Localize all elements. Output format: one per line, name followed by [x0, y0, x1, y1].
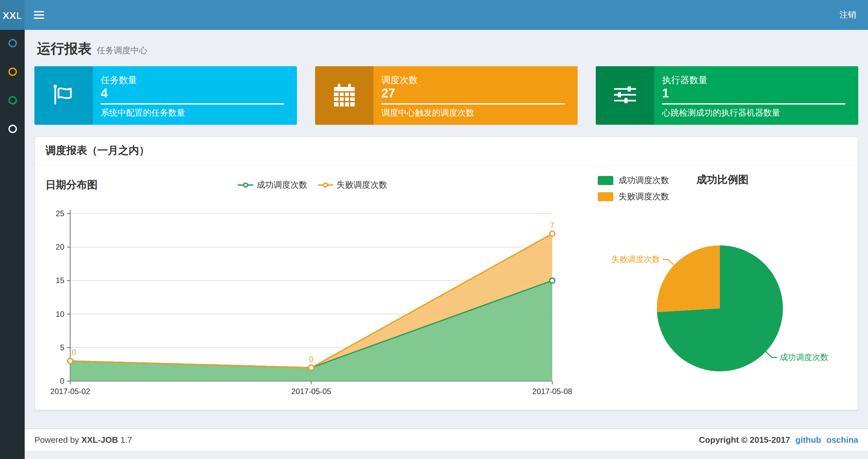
info-box-jobs: 任务数量 4 系统中配置的任务数量: [34, 66, 297, 125]
page-subtitle: 任务调度中心: [97, 45, 148, 57]
info-box-description: 系统中配置的任务数量: [101, 107, 289, 118]
info-box-row: 任务数量 4 系统中配置的任务数量: [34, 66, 858, 125]
legend-item[interactable]: 成功调度次数: [598, 175, 669, 186]
svg-text:0: 0: [60, 376, 64, 385]
info-box-progress: [662, 103, 845, 104]
info-box-triggers: 调度次数 27 调度中心触发的调度次数: [315, 66, 578, 125]
logo-light-text: L: [16, 9, 22, 21]
info-box-label: 调度次数: [381, 74, 570, 86]
report-panel: 调度报表（一月之内） 日期分布图 成功调度次数失败调度次数 0510152025…: [34, 136, 858, 410]
info-box-value: 1: [662, 86, 850, 100]
info-box-progress: [101, 103, 284, 104]
sidebar-item-3-circle-icon[interactable]: [8, 96, 17, 104]
app-logo[interactable]: XXL: [0, 0, 25, 30]
footer-spacer: [25, 451, 868, 459]
sidebar: [0, 0, 25, 459]
pie-chart-title: 成功比例图: [696, 175, 748, 185]
info-box-description: 调度中心触发的调度次数: [381, 107, 570, 118]
date-distribution-chart[interactable]: 05101520252017-05-022017-05-052017-05-08…: [40, 197, 580, 398]
svg-text:2017-05-05: 2017-05-05: [291, 387, 331, 396]
legend-label: 失败调度次数: [619, 191, 669, 202]
info-box-executors: 执行器数量 1 心跳检测成功的执行器机器数量: [596, 66, 858, 125]
hamburger-icon: [34, 11, 44, 19]
svg-text:2017-05-02: 2017-05-02: [50, 387, 90, 396]
legend-line-marker-icon: [318, 185, 333, 186]
svg-text:失败调度次数: 失败调度次数: [611, 255, 660, 264]
logout-link[interactable]: 注销: [828, 0, 868, 30]
legend-swatch-icon: [598, 192, 613, 201]
line-chart-legend: 成功调度次数失败调度次数: [40, 179, 585, 191]
legend-label: 失败调度次数: [337, 179, 387, 191]
line-chart-section: 日期分布图 成功调度次数失败调度次数 05101520252017-05-022…: [40, 173, 585, 398]
legend-label: 成功调度次数: [619, 175, 669, 186]
panel-body: 日期分布图 成功调度次数失败调度次数 05101520252017-05-022…: [35, 166, 858, 409]
sidebar-item-1-circle-icon[interactable]: [8, 39, 17, 47]
info-box-progress: [381, 103, 565, 104]
svg-text:10: 10: [56, 310, 64, 319]
svg-text:0: 0: [72, 348, 76, 357]
info-box-content: 执行器数量 1 心跳检测成功的执行器机器数量: [654, 66, 858, 125]
svg-text:成功调度次数: 成功调度次数: [780, 353, 828, 362]
legend-line-marker-icon: [238, 185, 253, 186]
svg-text:25: 25: [56, 209, 64, 218]
page-header: 运行报表 任务调度中心: [34, 36, 858, 66]
calendar-icon: [315, 66, 374, 125]
legend-label: 成功调度次数: [257, 179, 307, 191]
panel-title: 调度报表（一月之内）: [35, 137, 858, 166]
info-box-label: 任务数量: [101, 74, 289, 86]
oschina-link[interactable]: oschina: [827, 435, 858, 445]
powered-by-text: Powered by XXL-JOB 1.7: [34, 435, 132, 445]
top-navbar: XXL 注销: [0, 0, 868, 30]
pie-chart-section: 成功调度次数失败调度次数 成功比例图 成功调度次数失败调度次数: [585, 173, 852, 398]
info-box-value: 27: [381, 86, 570, 100]
svg-text:7: 7: [550, 221, 554, 230]
info-box-label: 执行器数量: [662, 74, 850, 86]
app-window: XXL 注销 运行报表 任务调度中心: [0, 0, 868, 459]
github-link[interactable]: github: [795, 435, 821, 445]
svg-text:20: 20: [56, 242, 64, 251]
svg-text:2017-05-08: 2017-05-08: [532, 387, 572, 396]
success-ratio-pie-chart[interactable]: 成功调度次数失败调度次数: [594, 199, 847, 374]
svg-text:0: 0: [309, 355, 313, 364]
logo-bold-text: XX: [3, 9, 16, 21]
legend-swatch-icon: [598, 176, 613, 185]
sidebar-toggle-button[interactable]: [25, 0, 53, 30]
sidebar-item-4-circle-icon[interactable]: [8, 125, 17, 133]
main-content: 运行报表 任务调度中心 任务数量 4: [25, 30, 868, 428]
svg-text:15: 15: [56, 276, 64, 285]
sliders-icon: [596, 66, 654, 125]
sidebar-item-2-circle-icon[interactable]: [8, 67, 17, 76]
info-box-description: 心跳检测成功的执行器机器数量: [662, 107, 850, 118]
footer: Powered by XXL-JOB 1.7 Copyright © 2015-…: [25, 428, 868, 451]
info-box-content: 调度次数 27 调度中心触发的调度次数: [374, 66, 578, 125]
flag-icon: [34, 66, 93, 125]
legend-item[interactable]: 失败调度次数: [318, 179, 387, 191]
page-title: 运行报表: [37, 40, 92, 58]
legend-item[interactable]: 失败调度次数: [598, 191, 669, 202]
pie-chart-legend: 成功调度次数失败调度次数: [598, 175, 669, 202]
legend-item[interactable]: 成功调度次数: [238, 179, 307, 191]
info-box-content: 任务数量 4 系统中配置的任务数量: [93, 66, 297, 125]
info-box-value: 4: [101, 86, 289, 100]
svg-text:5: 5: [60, 343, 64, 352]
copyright-text: Copyright © 2015-2017: [699, 435, 790, 445]
